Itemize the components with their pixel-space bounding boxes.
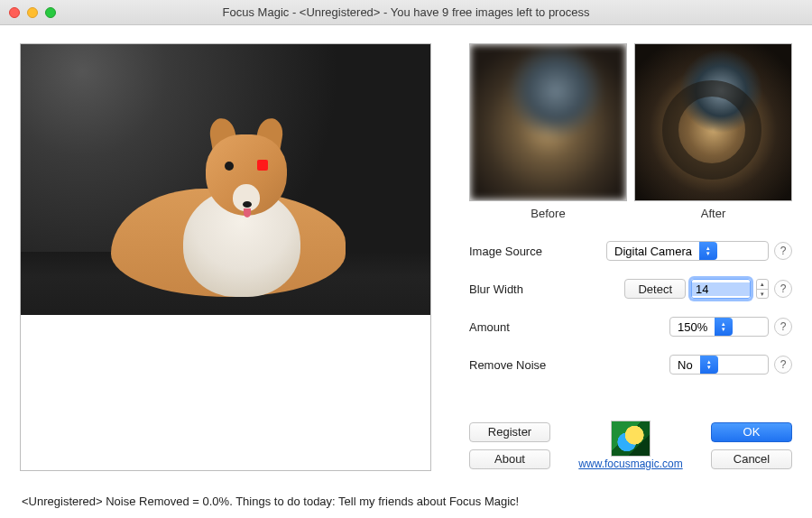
stepper-up-icon[interactable]: ▴ bbox=[757, 280, 768, 290]
help-button-blur-width[interactable]: ? bbox=[774, 280, 792, 298]
status-bar: <Unregistered> Noise Removed = 0.0%. Thi… bbox=[0, 491, 812, 517]
preview-subject bbox=[93, 134, 364, 306]
chevron-updown-icon: ▴▾ bbox=[699, 242, 717, 260]
chevron-updown-icon: ▴▾ bbox=[700, 356, 718, 374]
blur-width-input[interactable]: 14 bbox=[691, 279, 751, 299]
ok-button[interactable]: OK bbox=[711, 422, 792, 442]
website-link[interactable]: www.focusmagic.com bbox=[578, 458, 682, 470]
after-label: After bbox=[634, 207, 792, 220]
blur-width-value: 14 bbox=[692, 282, 750, 296]
minimize-icon[interactable] bbox=[27, 7, 38, 18]
after-preview[interactable] bbox=[634, 43, 792, 201]
register-button[interactable]: Register bbox=[469, 422, 550, 442]
remove-noise-value: No bbox=[670, 358, 700, 372]
window-title: Focus Magic - <Unregistered> - You have … bbox=[0, 5, 812, 19]
image-source-label: Image Source bbox=[469, 245, 586, 258]
zoom-icon[interactable] bbox=[45, 7, 56, 18]
help-button-remove-noise[interactable]: ? bbox=[774, 356, 792, 374]
remove-noise-label: Remove Noise bbox=[469, 358, 586, 372]
focus-marker bbox=[257, 160, 268, 171]
help-button-amount[interactable]: ? bbox=[774, 318, 792, 336]
before-label: Before bbox=[469, 207, 627, 220]
amount-value: 150% bbox=[670, 320, 715, 334]
blur-width-label: Blur Width bbox=[469, 282, 586, 296]
remove-noise-select[interactable]: No ▴▾ bbox=[669, 355, 769, 375]
blur-width-stepper[interactable]: ▴ ▾ bbox=[756, 279, 769, 299]
main-preview-image[interactable] bbox=[21, 44, 430, 315]
help-button-image-source[interactable]: ? bbox=[774, 242, 792, 260]
before-preview[interactable] bbox=[469, 43, 627, 201]
amount-select[interactable]: 150% ▴▾ bbox=[669, 317, 769, 337]
image-source-value: Digital Camera bbox=[607, 245, 699, 258]
chevron-updown-icon: ▴▾ bbox=[715, 318, 733, 336]
titlebar: Focus Magic - <Unregistered> - You have … bbox=[0, 0, 812, 25]
amount-label: Amount bbox=[469, 320, 586, 334]
detect-button[interactable]: Detect bbox=[624, 279, 686, 299]
image-source-select[interactable]: Digital Camera ▴▾ bbox=[606, 241, 769, 261]
stepper-down-icon[interactable]: ▾ bbox=[757, 290, 768, 299]
app-logo-icon bbox=[611, 421, 651, 457]
cancel-button[interactable]: Cancel bbox=[711, 449, 792, 469]
close-icon[interactable] bbox=[9, 7, 20, 18]
window-controls bbox=[0, 7, 56, 18]
main-preview-frame bbox=[20, 43, 431, 471]
about-button[interactable]: About bbox=[469, 449, 550, 469]
